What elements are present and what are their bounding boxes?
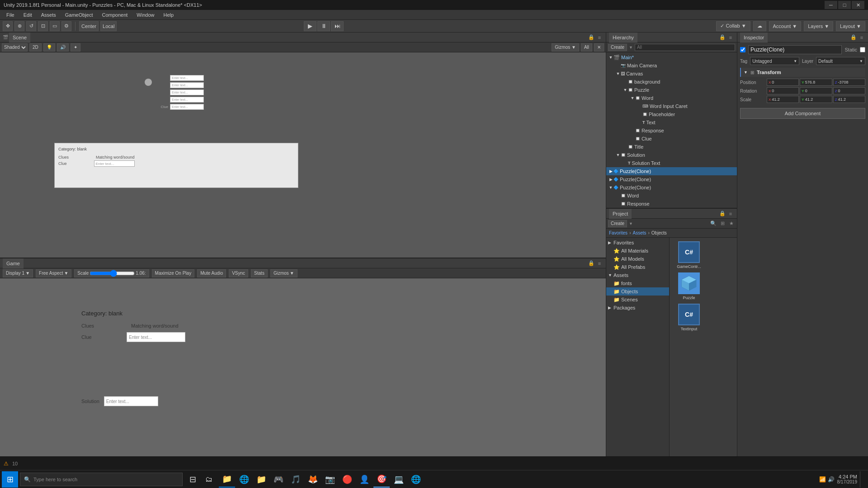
proj-file-gamecontroller[interactable]: C# GameContr... bbox=[673, 241, 705, 269]
hier-wordinputcaret[interactable]: ⌨ Word Input Caret bbox=[606, 102, 737, 110]
position-x-field[interactable]: X 0 bbox=[767, 79, 799, 86]
objects-breadcrumb[interactable]: Objects bbox=[651, 230, 667, 235]
proj-scenes[interactable]: 📁 Scenes bbox=[606, 296, 669, 304]
hierarchy-lock-button[interactable]: 🔒 bbox=[719, 34, 726, 41]
collab-button[interactable]: ✓ Collab ▼ bbox=[716, 21, 750, 31]
scene-input-5[interactable]: Enter text... bbox=[170, 104, 204, 110]
proj-all-models[interactable]: ⭐ All Models bbox=[606, 255, 669, 263]
project-grid-button[interactable]: ⊞ bbox=[719, 220, 726, 227]
maximize-button[interactable]: □ bbox=[838, 1, 851, 9]
scene-lock-button[interactable]: 🔒 bbox=[588, 34, 595, 41]
pivot-center-button[interactable]: Center bbox=[79, 21, 99, 31]
inspector-menu-button[interactable]: ≡ bbox=[858, 34, 865, 41]
shading-mode-select[interactable]: Shaded bbox=[2, 43, 28, 52]
tag-select[interactable]: Untagged ▼ bbox=[750, 57, 799, 65]
lighting-button[interactable]: 💡 bbox=[43, 43, 55, 52]
hierarchy-search-input[interactable] bbox=[635, 44, 735, 51]
menu-file[interactable]: File bbox=[2, 11, 19, 19]
play-button[interactable]: ▶ bbox=[304, 21, 316, 31]
hier-placeholder[interactable]: 🔲 Placeholder bbox=[606, 110, 737, 118]
taskbar-store-button[interactable]: 🎮 bbox=[270, 471, 287, 488]
pivot-local-button[interactable]: Local bbox=[100, 21, 117, 31]
layout-button[interactable]: Layout ▼ bbox=[836, 21, 865, 31]
proj-all-materials[interactable]: ⭐ All Materials bbox=[606, 247, 669, 255]
display-select[interactable]: Display 1 ▼ bbox=[3, 269, 33, 277]
layers-button[interactable]: Layers ▼ bbox=[804, 21, 833, 31]
taskbar-unity-button[interactable]: 🎯 bbox=[373, 471, 390, 488]
scene-input-2[interactable]: Enter text... bbox=[170, 82, 204, 88]
search-all-button[interactable]: All bbox=[581, 43, 592, 52]
proj-file-puzzle[interactable]: Puzzle bbox=[673, 272, 705, 300]
menu-edit[interactable]: Edit bbox=[19, 11, 37, 19]
inspector-name-field[interactable] bbox=[748, 45, 842, 54]
project-search-button[interactable]: 🔍 bbox=[710, 220, 717, 227]
proj-objects[interactable]: 📁 Objects bbox=[606, 287, 669, 296]
taskbar-clock[interactable]: 4:24 PM 8/17/2019 bbox=[837, 474, 858, 484]
scale-tool-button[interactable]: ⊡ bbox=[38, 21, 48, 31]
hier-text[interactable]: T Text bbox=[606, 118, 737, 127]
scale-x-field[interactable]: X 41.2 bbox=[767, 96, 799, 103]
stats-button[interactable]: Stats bbox=[251, 269, 268, 277]
hier-puzzle-clone-selected[interactable]: ▶ 🔷 Puzzle(Clone) bbox=[606, 167, 737, 175]
position-z-field[interactable]: Z -3708 bbox=[833, 79, 865, 86]
hier-solutiontext[interactable]: T Solution Text bbox=[606, 159, 737, 167]
hier-clue[interactable]: 🔲 Clue bbox=[606, 135, 737, 143]
taskbar-task-view-button[interactable]: 🗂 bbox=[201, 471, 217, 488]
rect-tool-button[interactable]: ▭ bbox=[50, 21, 60, 31]
minimize-button[interactable]: ─ bbox=[825, 1, 837, 9]
scene-input-1[interactable]: Enter text... bbox=[170, 75, 204, 81]
proj-favorites[interactable]: ▶ Favorites bbox=[606, 239, 669, 247]
inspector-active-checkbox[interactable] bbox=[740, 47, 745, 52]
hier-word[interactable]: ▼ 🔲 Word bbox=[606, 94, 737, 102]
mute-button[interactable]: Mute Audio bbox=[197, 269, 226, 277]
taskbar-cortana-button[interactable]: ⊟ bbox=[184, 471, 201, 488]
audio-button[interactable]: 🔊 bbox=[57, 43, 69, 52]
maximize-button[interactable]: Maximize On Play bbox=[152, 269, 195, 277]
project-tab[interactable]: Project bbox=[609, 209, 632, 219]
taskbar-app-9[interactable]: 👤 bbox=[356, 471, 373, 488]
gizmos-game-button[interactable]: Gizmos ▼ bbox=[270, 269, 297, 277]
project-star-button[interactable]: ★ bbox=[728, 220, 735, 227]
pause-button[interactable]: ⏸ bbox=[317, 21, 330, 31]
hier-canvas[interactable]: ▼ 🖼 Canvas bbox=[606, 70, 737, 78]
transform-section-header[interactable]: ▼ ⊞ Transform bbox=[740, 68, 865, 77]
position-y-field[interactable]: Y 576.8 bbox=[800, 79, 832, 86]
proj-fonts[interactable]: 📁 fonts bbox=[606, 279, 669, 287]
proj-file-textinput[interactable]: C# TextInput bbox=[673, 304, 705, 331]
hierarchy-tab[interactable]: Hierarchy bbox=[609, 33, 637, 42]
inspector-tab[interactable]: Inspector bbox=[740, 33, 768, 42]
move-tool-button[interactable]: ⊕ bbox=[14, 21, 24, 31]
taskbar-files-button[interactable]: 📁 bbox=[253, 471, 269, 488]
scale-control[interactable]: Scale 1.06: bbox=[74, 269, 149, 277]
effects-button[interactable]: ✦ bbox=[71, 43, 80, 52]
scene-close-button[interactable]: ✕ bbox=[594, 43, 604, 52]
menu-component[interactable]: Component bbox=[97, 11, 132, 19]
hierarchy-menu-button[interactable]: ≡ bbox=[727, 34, 734, 41]
proj-all-prefabs[interactable]: ⭐ All Prefabs bbox=[606, 263, 669, 271]
proj-packages[interactable]: ▶ Packages bbox=[606, 304, 669, 312]
menu-gameobject[interactable]: GameObject bbox=[61, 11, 98, 19]
aspect-select[interactable]: Free Aspect ▼ bbox=[36, 269, 71, 277]
taskbar-search-box[interactable]: 🔍 Type here to search bbox=[20, 473, 183, 486]
assets-breadcrumb[interactable]: Assets bbox=[632, 230, 646, 235]
taskbar-app-8[interactable]: 🔴 bbox=[339, 471, 355, 488]
inspector-static-checkbox[interactable] bbox=[860, 47, 865, 52]
taskbar-app-7[interactable]: 📷 bbox=[322, 471, 338, 488]
scene-input-4[interactable]: Enter text... bbox=[170, 97, 204, 103]
solution-input-field[interactable]: Enter text... bbox=[104, 396, 158, 406]
2d-button[interactable]: 2D bbox=[29, 43, 42, 52]
rotation-y-field[interactable]: Y 0 bbox=[800, 87, 832, 94]
rotation-x-field[interactable]: X 0 bbox=[767, 87, 799, 94]
project-lock-button[interactable]: 🔒 bbox=[719, 210, 726, 217]
scene-input-3[interactable]: Enter text... bbox=[170, 89, 204, 95]
game-menu-button[interactable]: ≡ bbox=[596, 260, 603, 267]
create-button[interactable]: Create bbox=[608, 44, 627, 51]
layer-select[interactable]: Default ▼ bbox=[816, 57, 865, 65]
hier-maincamera[interactable]: 📷 Main Camera bbox=[606, 61, 737, 70]
close-button[interactable]: ✕ bbox=[852, 1, 864, 9]
hier-puzzle-clone-3[interactable]: ▼ 🔷 Puzzle(Clone) bbox=[606, 183, 737, 192]
cloud-button[interactable]: ☁ bbox=[753, 21, 766, 31]
scene-view[interactable]: Enter text... Enter text... Enter text..… bbox=[0, 52, 606, 258]
hier-puzzle[interactable]: ▼ 🔲 Puzzle bbox=[606, 86, 737, 94]
favorites-breadcrumb[interactable]: Favorites bbox=[609, 230, 627, 235]
